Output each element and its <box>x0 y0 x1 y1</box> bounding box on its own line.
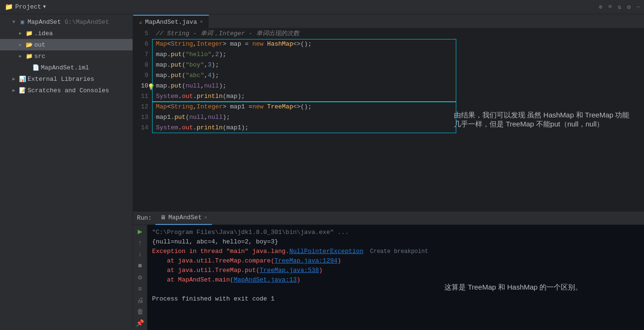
tree-item-src[interactable]: ▶ 📁 src <box>0 50 133 62</box>
tree-label-mapandset: MapAndSet <box>28 19 61 26</box>
wrap-button[interactable]: ≡ <box>135 284 145 294</box>
treemap-compare-link[interactable]: TreeMap.java:1294 <box>274 257 337 264</box>
code-line-14: System.out.println(map1); <box>156 123 644 133</box>
line-numbers: 5 6 7 8 9 10 11 12 13 14 <box>133 29 152 211</box>
scroll-down-button[interactable]: ↓ <box>135 250 145 259</box>
tree-label-iml: MapAndSet.iml <box>41 64 89 71</box>
output-line-5: at java.util.TreeMap.put(TreeMap.java:53… <box>152 266 639 275</box>
stop-button[interactable]: ■ <box>135 261 145 271</box>
java-file-icon: ☕ <box>139 19 142 26</box>
code-line-8: map.put("boy",3); <box>156 60 644 70</box>
output-line-3: Exception in thread "main" java.lang.Nul… <box>152 247 639 256</box>
run-button[interactable]: ▶ <box>135 227 145 236</box>
code-line-10: 💡 map.put(null,null); <box>156 81 644 91</box>
bottom-panel: Run: 🖥 MapAndSet × ▶ ↑ ↓ ■ ⚙ <box>133 211 644 330</box>
tree-item-iml[interactable]: 📄 MapAndSet.iml <box>0 62 133 73</box>
mapandset-main-link[interactable]: MapAndSet.java:13 <box>234 276 297 283</box>
output-line-2: {null=null, abc=4, hello=2, boy=3} <box>152 237 639 247</box>
extlib-icon: 📊 <box>19 75 26 83</box>
folder-icon-out: 📂 <box>25 41 33 49</box>
output-line-7 <box>152 285 639 294</box>
toolbar-actions: ⊕ ≡ ⇅ ⚙ — <box>599 3 640 11</box>
right-panel: ☕ MapAndSet.java × 5 6 7 8 9 10 11 <box>133 14 644 330</box>
tree-spacer-iml <box>24 64 30 71</box>
folder-icon-idea: 📁 <box>25 29 33 37</box>
tab-run-close[interactable]: × <box>204 215 207 221</box>
output-line-8: Process finished with exit code 1 <box>152 294 639 304</box>
tab-label-mapandset: MapAndSet.java <box>145 19 197 26</box>
code-line-11: System.out.println(map); <box>156 91 644 102</box>
tree-path-mapandset: G:\MapAndSet <box>61 19 109 26</box>
run-toolbar: ▶ ↑ ↓ ■ ⚙ ≡ 🖨 🗑 📌 <box>133 225 147 330</box>
folder-icon-src: 📁 <box>25 52 33 60</box>
print-button[interactable]: 🖨 <box>135 296 145 305</box>
scratches-icon: 📝 <box>19 87 26 94</box>
tree-label-idea: .idea <box>34 30 53 37</box>
tree-arrow-src: ▶ <box>17 53 24 59</box>
tree-arrow-idea: ▶ <box>17 30 24 37</box>
output-line-4: at java.util.TreeMap.compare(TreeMap.jav… <box>152 256 639 266</box>
code-lines: // String - 单词，Integer - 单词出现的次数 Map<Str… <box>152 29 644 133</box>
sidebar: ▼ ▣ MapAndSet G:\MapAndSet ▶ 📁 .idea ▶ 📂… <box>0 14 133 330</box>
tab-run-label: MapAndSet <box>168 214 202 221</box>
minimize-icon[interactable]: — <box>636 3 640 10</box>
project-folder-icon: 📁 <box>4 2 13 12</box>
console-output: "C:\Program Files\Java\jdk1.8.0_301\bin\… <box>147 225 644 330</box>
top-bar: 📁 Project ▼ ⊕ ≡ ⇅ ⚙ — <box>0 0 644 14</box>
tree-arrow-mapandset: ▼ <box>10 19 17 25</box>
output-line-6: at MapAndSet.main(MapAndSet.java:13) <box>152 275 639 285</box>
tree-item-mapandset[interactable]: ▼ ▣ MapAndSet G:\MapAndSet <box>0 16 133 28</box>
code-content: 5 6 7 8 9 10 11 12 13 14 <box>133 29 644 211</box>
tree-item-scratches[interactable]: ▶ 📝 Scratches and Consoles <box>0 85 133 96</box>
code-line-12: Map<String,Integer> map1 =new TreeMap<>(… <box>156 102 644 112</box>
tab-close-mapandset[interactable]: × <box>200 19 203 25</box>
create-breakpoint-tooltip[interactable]: Create breakpoint <box>370 248 428 255</box>
output-line-1: "C:\Program Files\Java\jdk1.8.0_301\bin\… <box>152 228 639 237</box>
code-comment-5: // String - 单词，Integer - 单词出现的次数 <box>156 29 299 39</box>
pin-button[interactable]: 📌 <box>135 319 145 328</box>
tree-item-idea[interactable]: ▶ 📁 .idea <box>0 28 133 39</box>
code-line-13: map1.put(null,null); <box>156 112 644 123</box>
tree-label-out: out <box>34 41 45 49</box>
settings-icon[interactable]: ⚙ <box>627 3 631 11</box>
tree-arrow-out: ▶ <box>17 41 24 48</box>
nullpointer-link[interactable]: NullPointerException <box>289 248 364 255</box>
bottom-tabs: Run: 🖥 MapAndSet × <box>133 212 644 225</box>
tree-arrow-extlibs: ▶ <box>10 76 17 82</box>
sort-icon[interactable]: ⇅ <box>618 3 622 11</box>
tree-item-out[interactable]: ▶ 📂 out <box>0 39 133 50</box>
bottom-content: ▶ ↑ ↓ ■ ⚙ ≡ 🖨 🗑 📌 "C:\Program Files\Java <box>133 225 644 330</box>
project-tree: ▼ ▣ MapAndSet G:\MapAndSet ▶ 📁 .idea ▶ 📂… <box>0 14 133 330</box>
list-icon[interactable]: ≡ <box>608 3 612 10</box>
tab-run-mapandset[interactable]: 🖥 MapAndSet × <box>155 212 212 225</box>
treemap-put-link[interactable]: TreeMap.java:538 <box>260 267 319 274</box>
lightbulb-icon: 💡 <box>147 82 155 93</box>
file-icon-iml: 📄 <box>32 64 39 71</box>
code-line-6: Map<String,Integer> map = new HashMap<>(… <box>156 39 644 49</box>
code-line-9: map.put("abc",4); <box>156 70 644 81</box>
tree-arrow-scratches: ▶ <box>10 87 17 94</box>
main-layout: ▼ ▣ MapAndSet G:\MapAndSet ▶ 📁 .idea ▶ 📂… <box>0 14 644 330</box>
tree-item-extlibs[interactable]: ▶ 📊 External Libraries <box>0 73 133 85</box>
code-line-5: // String - 单词，Integer - 单词出现的次数 <box>156 29 644 39</box>
tree-label-src: src <box>34 53 45 60</box>
editor-area: 5 6 7 8 9 10 11 12 13 14 <box>133 29 644 211</box>
module-icon: ▣ <box>19 18 26 26</box>
tree-label-scratches: Scratches and Consoles <box>28 87 109 94</box>
run-label: Run: <box>133 214 155 222</box>
console-icon: 🖥 <box>160 214 166 221</box>
settings-run-button[interactable]: ⚙ <box>135 272 145 282</box>
tree-label-extlibs: External Libraries <box>28 76 94 83</box>
scroll-up-button[interactable]: ↑ <box>135 238 145 248</box>
delete-button[interactable]: 🗑 <box>135 307 145 317</box>
tab-mapandset-java[interactable]: ☕ MapAndSet.java × <box>133 15 209 28</box>
code-line-7: map.put("hello",2); <box>156 49 644 60</box>
editor-tabs: ☕ MapAndSet.java × <box>133 14 644 29</box>
project-label: Project <box>15 3 41 10</box>
add-icon[interactable]: ⊕ <box>599 3 603 11</box>
project-dropdown-arrow[interactable]: ▼ <box>43 4 46 10</box>
